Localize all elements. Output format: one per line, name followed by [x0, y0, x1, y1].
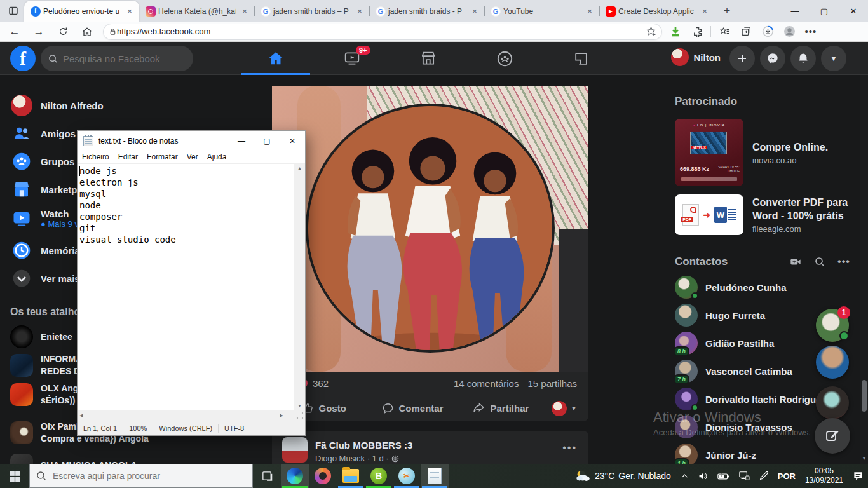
page-avatar[interactable]	[282, 437, 308, 463]
share-button[interactable]: Partilhar	[457, 398, 545, 419]
notepad-text-area[interactable]: node jselectron jsmysqlnodecomposergitvi…	[78, 164, 294, 410]
battery-icon[interactable]	[713, 464, 734, 488]
contact-row[interactable]: Peludóneo Cunha	[670, 273, 829, 301]
address-bar[interactable]	[103, 24, 662, 40]
browser-tab[interactable]: jaden smith braids – P ×	[254, 1, 369, 22]
notepad-window[interactable]: text.txt - Bloco de notas — ▢ ✕ Ficheiro…	[77, 130, 306, 436]
post-menu-icon[interactable]: •••	[562, 442, 577, 454]
facebook-logo[interactable]: f	[10, 46, 36, 71]
sponsored-ad-lg[interactable]: LG | INOVIA NETFLIX 669.885 Kz SMART TV …	[675, 119, 853, 186]
nav-watch-tab[interactable]	[317, 44, 387, 72]
pen-icon[interactable]	[754, 464, 773, 488]
taskbar-app-globe[interactable]: ✂	[393, 464, 421, 488]
comments-count[interactable]: 14 comentários	[454, 378, 519, 389]
account-menu-button[interactable]: ▼	[821, 46, 846, 71]
taskbar-app-media[interactable]	[309, 464, 337, 488]
task-view-button[interactable]	[253, 464, 281, 488]
post-photo[interactable]	[272, 86, 588, 372]
taskbar-app-b[interactable]: B	[365, 464, 393, 488]
sidebar-item-profile[interactable]: Nilton Alfredo	[5, 92, 221, 119]
maximize-button[interactable]: ▢	[810, 0, 839, 22]
page-scrollbar[interactable]: ▲ ▼	[860, 42, 868, 464]
favorites-icon[interactable]	[716, 24, 733, 40]
search-icon[interactable]	[811, 253, 829, 271]
profile-picture-circle[interactable]	[306, 104, 555, 353]
nav-marketplace-tab[interactable]	[393, 44, 463, 72]
network-icon[interactable]	[734, 464, 754, 488]
nav-groups-tab[interactable]	[470, 44, 539, 72]
messenger-button[interactable]	[760, 46, 785, 71]
scroll-up-icon[interactable]: ▲	[297, 166, 302, 170]
browser-tab[interactable]: Peludóneo enviou-te u ×	[24, 1, 139, 22]
comment-as-avatar[interactable]	[552, 401, 567, 416]
tab-close-icon[interactable]: ×	[584, 6, 595, 17]
facebook-search-input[interactable]	[63, 53, 177, 64]
contact-row[interactable]: Hugo Furreta	[670, 301, 829, 329]
browser-tab[interactable]: YouTube ×	[484, 1, 599, 22]
notepad-menu-item[interactable]: Editar	[114, 152, 142, 161]
tab-close-icon[interactable]: ×	[124, 6, 135, 17]
contact-row[interactable]: Dorivaldo Itachi Rodrigues	[670, 385, 829, 413]
scroll-down-icon[interactable]: ▼	[297, 403, 302, 408]
collections-icon[interactable]	[738, 24, 754, 40]
contact-row[interactable]: Dionisio Travassos	[670, 413, 829, 441]
video-call-icon[interactable]	[787, 253, 804, 271]
tab-close-icon[interactable]: ×	[354, 6, 365, 17]
close-button[interactable]: ✕	[839, 0, 868, 22]
volume-icon[interactable]	[693, 464, 713, 488]
notepad-menu-item[interactable]: Ajuda	[203, 152, 231, 161]
forward-button[interactable]: →	[29, 23, 48, 41]
profile-chip[interactable]: Nilton	[671, 48, 721, 66]
browser-tab[interactable]: Helena Kateia (@h_kat ×	[139, 1, 254, 22]
refresh-button[interactable]	[53, 23, 72, 41]
browser-menu-icon[interactable]: •••	[803, 24, 819, 40]
scroll-down-icon[interactable]: ▼	[861, 456, 867, 461]
create-button[interactable]	[729, 46, 755, 71]
facebook-search[interactable]	[41, 46, 193, 71]
language-indicator[interactable]: POR	[773, 464, 800, 488]
notepad-maximize-button[interactable]: ▢	[254, 131, 280, 151]
chat-head-2[interactable]	[816, 346, 849, 379]
notepad-minimize-button[interactable]: —	[229, 131, 254, 151]
scroll-left-icon[interactable]: ◀	[78, 413, 83, 418]
notepad-menu-item[interactable]: Formatar	[142, 152, 182, 161]
scroll-right-icon[interactable]: ▶	[280, 413, 283, 418]
contact-row[interactable]: 7 h Vasconcel Catimba	[670, 357, 829, 385]
tray-chevron-up[interactable]	[676, 464, 693, 488]
minimize-button[interactable]: —	[780, 0, 810, 22]
tab-close-icon[interactable]: ×	[239, 6, 250, 17]
home-button[interactable]	[78, 23, 97, 41]
resize-grip[interactable]	[295, 410, 305, 421]
taskbar-clock[interactable]: 00:05 13/09/2021	[800, 466, 848, 485]
url-input[interactable]	[117, 27, 646, 36]
nav-home-tab[interactable]	[241, 44, 311, 72]
scrollbar-thumb[interactable]	[862, 380, 867, 412]
comment-button[interactable]: Comentar	[368, 398, 456, 419]
notepad-horizontal-scrollbar[interactable]: ◀ ▶	[78, 410, 305, 421]
ad-title[interactable]: Converter PDF para Word - 100% grátis	[752, 196, 854, 222]
tab-close-icon[interactable]: ×	[699, 6, 710, 17]
notepad-titlebar[interactable]: text.txt - Bloco de notas — ▢ ✕	[78, 131, 305, 151]
browser-tab[interactable]: Create Desktop Applic ×	[599, 1, 714, 22]
browser-profile-icon[interactable]	[781, 24, 797, 40]
tab-close-icon[interactable]: ×	[469, 6, 480, 17]
nav-gaming-tab[interactable]	[546, 44, 616, 72]
browser-extension-icon[interactable]	[689, 24, 705, 40]
taskbar-app-notepad[interactable]	[421, 464, 449, 488]
new-tab-button[interactable]: +	[718, 2, 736, 20]
chat-head-3[interactable]	[816, 386, 849, 419]
taskbar-app-explorer[interactable]	[337, 464, 365, 488]
back-button[interactable]: ←	[5, 23, 24, 41]
page-name[interactable]: Fã Club MOBBERS :3	[315, 440, 412, 451]
download-manager-extension-icon[interactable]	[667, 24, 684, 40]
ad-title[interactable]: Compre Online.	[752, 140, 854, 154]
notepad-menu-item[interactable]: Ver	[182, 152, 203, 161]
taskbar-search[interactable]	[29, 464, 253, 488]
notepad-menu-item[interactable]: Ficheiro	[78, 152, 114, 161]
new-message-button[interactable]	[815, 418, 850, 454]
contact-row[interactable]: 8 h Gidião Pastilha	[670, 329, 829, 357]
browser-tab[interactable]: jaden smith braids - P ×	[369, 1, 484, 22]
notifications-button[interactable]	[790, 46, 816, 71]
downloads-icon[interactable]	[759, 24, 776, 40]
chevron-down-icon[interactable]: ▼	[571, 405, 577, 412]
